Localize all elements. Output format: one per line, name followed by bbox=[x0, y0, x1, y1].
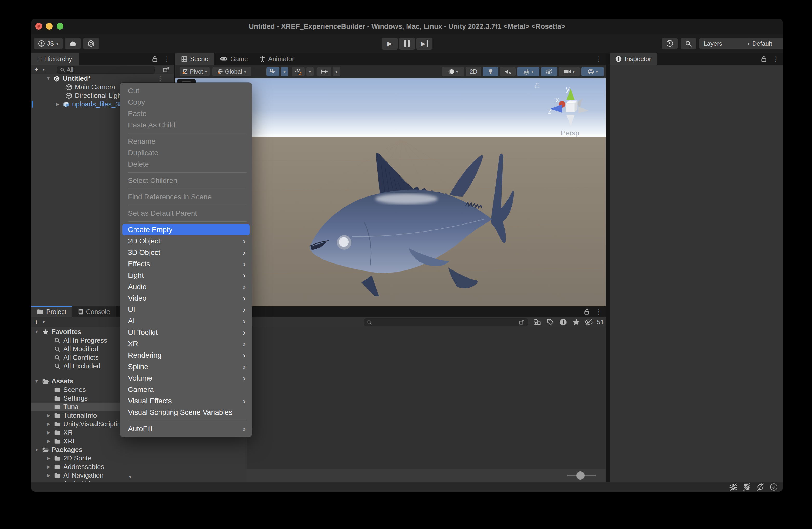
expander-icon[interactable]: ▶ bbox=[46, 464, 52, 470]
menu-item-ai[interactable]: AI› bbox=[120, 315, 252, 327]
zoom-slider-thumb[interactable] bbox=[576, 471, 584, 480]
pause-button[interactable] bbox=[399, 38, 415, 49]
menu-item-autofill[interactable]: AutoFill› bbox=[120, 423, 252, 435]
menu-item-ui-toolkit[interactable]: UI Toolkit› bbox=[120, 327, 252, 338]
search-by-type-icon[interactable] bbox=[533, 318, 542, 326]
tab-animator[interactable]: Animator bbox=[253, 53, 300, 65]
cloud-button[interactable] bbox=[65, 38, 81, 49]
project-tree-row-2d-sprite[interactable]: ▶2D Sprite bbox=[31, 454, 246, 462]
debugger-disabled-icon[interactable] bbox=[729, 483, 738, 491]
menu-item-video[interactable]: Video› bbox=[120, 293, 252, 304]
menu-item-rendering[interactable]: Rendering› bbox=[120, 350, 252, 361]
project-tree-row-android-logcat[interactable]: ▶Android Logcat bbox=[31, 480, 246, 482]
menu-item-spline[interactable]: Spline› bbox=[120, 361, 252, 372]
projection-mode-label[interactable]: Persp bbox=[549, 129, 591, 137]
add-gameobject-caret[interactable]: ▾ bbox=[43, 65, 45, 74]
layout-dropdown[interactable]: Default ▾ bbox=[749, 38, 783, 49]
create-asset-caret[interactable]: ▾ bbox=[43, 317, 45, 327]
open-window-icon[interactable] bbox=[162, 66, 170, 73]
shading-mode-dropdown[interactable]: ▾ bbox=[442, 67, 464, 76]
step-button[interactable]: ▶ bbox=[416, 38, 433, 49]
add-gameobject-button[interactable]: + bbox=[34, 65, 39, 74]
project-search-input[interactable] bbox=[364, 319, 528, 326]
menu-item-create-empty[interactable]: Create Empty bbox=[122, 224, 250, 235]
kebab-menu-icon[interactable]: ⋮ bbox=[157, 74, 163, 83]
search-by-status-icon[interactable] bbox=[559, 318, 568, 326]
lock-icon[interactable] bbox=[583, 308, 590, 315]
tab-project[interactable]: Project bbox=[31, 306, 72, 317]
menu-item-audio[interactable]: Audio› bbox=[120, 281, 252, 293]
project-tree-row-packages[interactable]: ▼Packages bbox=[31, 445, 246, 454]
undo-history-button[interactable] bbox=[662, 38, 678, 49]
kebab-menu-icon[interactable]: ⋮ bbox=[595, 55, 602, 63]
tab-console[interactable]: Console bbox=[72, 306, 116, 317]
create-asset-button[interactable]: + bbox=[34, 317, 39, 327]
expander-icon[interactable]: ▶ bbox=[55, 102, 60, 107]
cache-server-disconnected-icon[interactable] bbox=[742, 483, 751, 491]
menu-item-xr[interactable]: XR› bbox=[120, 338, 252, 350]
menu-item-effects[interactable]: Effects› bbox=[120, 258, 252, 270]
expander-icon[interactable]: ▶ bbox=[46, 473, 52, 478]
scene-lighting-button[interactable] bbox=[483, 67, 498, 76]
hierarchy-search-input[interactable]: All bbox=[57, 66, 155, 74]
hidden-packages-icon[interactable] bbox=[584, 318, 593, 326]
open-window-icon[interactable] bbox=[518, 319, 525, 325]
menu-item-visual-effects[interactable]: Visual Effects› bbox=[120, 395, 252, 407]
project-tree-row-ai-navigation[interactable]: ▶AI Navigation bbox=[31, 471, 246, 480]
global-dropdown[interactable]: Global ▾ bbox=[212, 67, 251, 76]
project-content-pane[interactable] bbox=[247, 327, 606, 482]
pivot-dropdown[interactable]: Pivot ▾ bbox=[180, 67, 210, 76]
menu-item-camera[interactable]: Camera bbox=[120, 384, 252, 395]
panel-divider[interactable] bbox=[606, 53, 610, 482]
menu-item-volume[interactable]: Volume› bbox=[120, 372, 252, 384]
expander-icon[interactable]: ▼ bbox=[34, 447, 40, 452]
menu-item-visual-scripting-scene-variables[interactable]: Visual Scripting Scene Variables bbox=[120, 407, 252, 418]
activity-ok-icon[interactable] bbox=[769, 483, 778, 491]
expander-icon[interactable]: ▼ bbox=[46, 76, 51, 81]
kebab-menu-icon[interactable]: ⋮ bbox=[163, 55, 170, 63]
grid-visibility-caret[interactable]: ▾ bbox=[281, 67, 288, 76]
kebab-menu-icon[interactable]: ⋮ bbox=[772, 55, 779, 63]
camera-settings-dropdown[interactable]: ▾ bbox=[559, 67, 580, 76]
expander-icon[interactable]: ▶ bbox=[46, 413, 52, 418]
hierarchy-row-scene[interactable]: ▼ Untitled* ⋮ bbox=[31, 74, 174, 83]
expander-icon[interactable]: ▼ bbox=[34, 379, 40, 384]
effects-dropdown[interactable]: ▾ bbox=[517, 67, 539, 76]
menu-item-2d-object[interactable]: 2D Object› bbox=[120, 235, 252, 247]
grid-snap-caret[interactable]: ▾ bbox=[306, 67, 314, 76]
search-by-label-icon[interactable] bbox=[546, 318, 555, 326]
grid-snap-button[interactable] bbox=[292, 67, 305, 76]
search-button[interactable] bbox=[681, 38, 696, 49]
tab-inspector[interactable]: Inspector bbox=[610, 53, 657, 65]
scroll-down-icon[interactable]: ▼ bbox=[128, 474, 133, 480]
tuna-model[interactable] bbox=[285, 125, 518, 296]
menu-item-light[interactable]: Light› bbox=[120, 270, 252, 281]
layers-dropdown[interactable]: Layers ▾ bbox=[699, 38, 754, 49]
orientation-gizmo[interactable]: y x z bbox=[547, 84, 594, 131]
project-tree-row-xri[interactable]: ▶XRI bbox=[31, 437, 246, 445]
expander-icon[interactable]: ▶ bbox=[46, 430, 52, 435]
lock-icon[interactable] bbox=[760, 56, 767, 62]
tab-hierarchy[interactable]: ≡ Hierarchy bbox=[31, 53, 79, 65]
menu-item-3d-object[interactable]: 3D Object› bbox=[120, 247, 252, 258]
gizmos-dropdown[interactable]: ▾ bbox=[581, 67, 604, 76]
kebab-menu-icon[interactable]: ⋮ bbox=[595, 308, 602, 316]
version-control-button[interactable] bbox=[83, 38, 99, 49]
tab-game[interactable]: Game bbox=[214, 53, 253, 65]
scene-visibility-button[interactable] bbox=[541, 67, 557, 76]
expander-icon[interactable]: ▼ bbox=[34, 329, 40, 335]
saved-search-star-icon[interactable] bbox=[571, 318, 581, 326]
grid-visibility-button[interactable]: Y bbox=[266, 67, 279, 76]
2d-view-button[interactable]: 2D bbox=[466, 67, 481, 76]
auto-refresh-disabled-icon[interactable] bbox=[756, 483, 765, 491]
expander-icon[interactable]: ▶ bbox=[46, 421, 52, 427]
snap-increment-button[interactable] bbox=[317, 67, 331, 76]
lock-icon[interactable] bbox=[151, 56, 158, 62]
expander-icon[interactable]: ▶ bbox=[46, 438, 52, 444]
account-dropdown[interactable]: JS ▾ bbox=[34, 38, 63, 49]
scene-audio-button[interactable] bbox=[500, 67, 516, 76]
play-button[interactable]: ▶ bbox=[381, 38, 398, 49]
menu-item-ui[interactable]: UI› bbox=[120, 304, 252, 315]
project-tree-row-addressables[interactable]: ▶Addressables bbox=[31, 462, 246, 471]
expander-icon[interactable]: ▶ bbox=[46, 456, 52, 461]
